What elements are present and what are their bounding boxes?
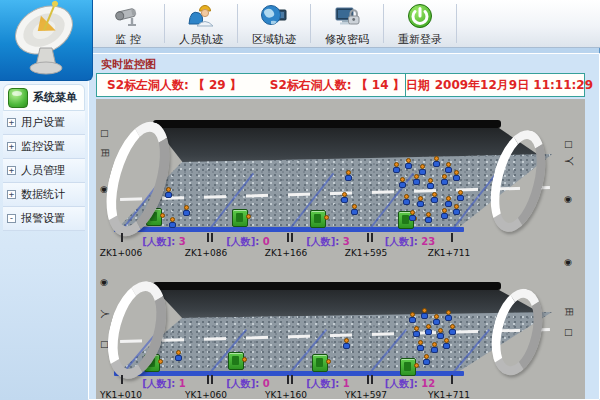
sidebar-item-alarm-settings[interactable]: - 报警设置 [3,207,85,231]
date-value: 2009年12月9日 11:11:29 [435,77,593,94]
viewer-marker: ◉ [100,277,108,287]
section-count-label: [人数]: 1 [142,377,186,391]
tunnel-counts-cell: S2标左洞人数: 【 29 】 S2标右洞人数: 【 14 】 [97,74,405,96]
system-menu-title: 系统菜单 [33,90,77,105]
satellite-dish-icon [0,65,92,84]
left-tunnel-diagram: [人数]: 3[人数]: 0[人数]: 3[人数]: 23ZK1+006ZK1+… [106,104,585,266]
section-count-label: [人数]: 0 [226,235,270,249]
station-tick [287,375,289,384]
station-tick [371,375,373,384]
station-label: ZK1+006 [100,248,143,258]
viewer-marker: 人 [564,157,574,166]
person-marker [448,324,457,336]
section-count-label: [人数]: 1 [306,377,350,391]
sidebar-item-label: 人员管理 [21,163,65,178]
station-label: ZK1+086 [185,248,228,258]
viewer-marker: 人 [100,310,110,319]
person-marker [168,217,177,229]
person-marker [402,194,411,206]
person-marker [412,326,421,338]
station-tick [121,233,123,242]
sidebar-item-label: 报警设置 [21,211,65,226]
camera-icon [113,1,143,31]
person-marker [408,210,417,222]
toolbar-button-label: 监 控 [115,32,141,47]
person-marker [430,342,439,354]
tunnel-crown-bar [153,120,501,128]
toolbar: 监 控 人员轨迹 [92,0,600,48]
viewer-marker: ◉ [564,257,572,267]
section-count-label: [人数]: 0 [226,377,270,391]
section-count-label: [人数]: 23 [385,235,436,249]
station-tick [291,375,293,384]
station-tick [211,233,213,242]
viewer-marker: ◉ [564,194,572,204]
toolbar-button-monitor[interactable]: 监 控 [92,0,164,47]
toolbar-button-label: 区域轨迹 [252,32,296,47]
station-tick [211,375,213,384]
right-tunnel-diagram: [人数]: 1[人数]: 0[人数]: 1[人数]: 12YK1+010YK1+… [106,266,585,399]
section-count-label: [人数]: 3 [306,235,350,249]
sidebar-item-personnel-mgmt[interactable]: + 人员管理 [3,159,85,183]
reader-device [310,210,326,228]
toolbar-button-change-password[interactable]: 修改密码 [311,0,383,47]
relogin-icon [405,1,435,31]
station-label: ZK1+166 [265,248,308,258]
station-tick [207,233,209,242]
expand-icon[interactable]: + [7,166,16,175]
person-marker [426,178,435,190]
person-marker [444,310,453,322]
tab-realtime-monitor[interactable]: 实时监控图 [101,57,156,72]
person-marker [452,170,461,182]
person-marker [398,177,407,189]
date-label: 日期 [406,77,430,94]
sidebar-menu: + 用户设置 + 监控设置 + 人员管理 + 数据统计 - 报警设置 [3,111,85,231]
person-marker [182,205,191,217]
person-marker [442,338,451,350]
toolbar-button-area-track[interactable]: 区域轨迹 [238,0,310,47]
station-tick [451,375,453,384]
station-label: YK1+597 [345,390,387,399]
station-label: ZK1+595 [345,248,388,258]
person-marker [430,192,439,204]
system-menu-icon [8,88,28,108]
station-label: YK1+160 [265,390,307,399]
person-marker [440,174,449,186]
person-marker [456,190,465,202]
person-track-icon [186,1,216,31]
person-marker [342,338,351,350]
station-label: YK1+711 [428,390,470,399]
right-tunnel-count-label: S2标右洞人数: [270,77,352,94]
person-marker [344,170,353,182]
person-marker [440,208,449,220]
sidebar-item-monitor-settings[interactable]: + 监控设置 [3,135,85,159]
station-tick [451,233,453,242]
section-count-label: [人数]: 12 [385,377,436,391]
station-tick [207,375,209,384]
station-tick [121,375,123,384]
person-marker [432,156,441,168]
expand-icon[interactable]: + [7,190,16,199]
reader-device [228,352,244,370]
reader-device [232,209,248,227]
sidebar-item-data-statistics[interactable]: + 数据统计 [3,183,85,207]
tunnel-map-viewer: [人数]: 3[人数]: 0[人数]: 3[人数]: 23ZK1+006ZK1+… [96,99,585,399]
expand-icon[interactable]: + [7,118,16,127]
globe-track-icon [259,1,289,31]
toolbar-button-person-track[interactable]: 人员轨迹 [165,0,237,47]
system-menu-header: 系统菜单 [3,84,85,111]
station-tick [287,233,289,242]
reader-device [400,358,416,376]
toolbar-button-relogin[interactable]: 重新登录 [384,0,456,47]
viewer-marker: □ [564,139,573,149]
station-tick [367,233,369,242]
sidebar-item-label: 数据统计 [21,187,65,202]
sidebar-item-label: 监控设置 [21,139,65,154]
expand-icon[interactable]: + [7,142,16,151]
sidebar-item-user-settings[interactable]: + 用户设置 [3,111,85,135]
viewer-marker: 田 [564,308,574,317]
toolbar-button-label: 重新登录 [398,32,442,47]
app-logo-panel [0,0,93,81]
person-marker [424,212,433,224]
expand-icon[interactable]: - [7,214,16,223]
